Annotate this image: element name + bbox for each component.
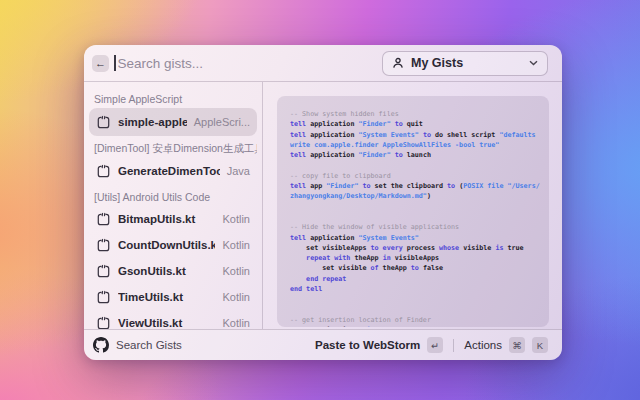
code-line xyxy=(290,202,539,212)
code-line: tell application "Finder" xyxy=(290,325,539,327)
code-preview[interactable]: -- Show system hidden filestell applicat… xyxy=(277,96,549,327)
primary-action-button[interactable]: Paste to WebStorm xyxy=(315,339,420,351)
gist-icon xyxy=(96,316,111,330)
section-header: [Utils] Android Utils Code xyxy=(89,187,257,206)
list-item[interactable]: GenerateDimenTool.javaJava xyxy=(89,158,257,184)
section-header: [DimenTool] 安卓Dimension生成工具 #Java xyxy=(89,139,257,158)
code-line: tell application "System Events" to do s… xyxy=(290,130,539,140)
code-line: set visibleApps to every process whose v… xyxy=(290,243,539,253)
list-item-language-badge: Java xyxy=(227,165,250,177)
list-item-title: ViewUtils.kt xyxy=(118,317,215,329)
list-item-title: BitmapUtils.kt xyxy=(118,213,215,225)
code-line: repeat with theApp in visibleApps xyxy=(290,253,539,263)
code-line xyxy=(290,294,539,304)
section-header: Simple AppleScript xyxy=(89,89,257,108)
code-line: tell application "Finder" to launch xyxy=(290,150,539,160)
code-line: write com.apple.finder AppleShowAllFiles… xyxy=(290,140,539,150)
list-item-language-badge: Kotlin xyxy=(222,265,250,277)
code-line: end repeat xyxy=(290,274,539,284)
gist-icon xyxy=(96,212,111,227)
list-item[interactable]: simple-applescript.a...AppleScri... xyxy=(89,108,257,136)
gist-list: Simple AppleScriptsimple-applescript.a..… xyxy=(84,82,263,329)
list-item[interactable]: GsonUtils.ktKotlin xyxy=(89,258,257,284)
list-item-language-badge: Kotlin xyxy=(222,213,250,225)
code-line: zhangyongkang/Desktop/Markdown.md") xyxy=(290,191,539,201)
list-item-language-badge: Kotlin xyxy=(222,291,250,303)
list-item-language-badge: AppleScri... xyxy=(194,116,250,128)
actions-button[interactable]: Actions xyxy=(464,339,502,351)
list-item-title: TimeUtils.kt xyxy=(118,291,215,303)
search-header: ← My Gists xyxy=(84,45,562,82)
code-line xyxy=(290,160,539,170)
launcher-window: ← My Gists Simple AppleScriptsimple-appl… xyxy=(84,45,562,360)
code-line: -- Hide the window of visible applicatio… xyxy=(290,222,539,232)
code-line: -- get insertion location of Finder xyxy=(290,315,539,325)
list-item-title: simple-applescript.a... xyxy=(118,116,187,128)
list-item-title: CountDownUtils.kt xyxy=(118,239,215,251)
detail-panel: -- Show system hidden filestell applicat… xyxy=(263,82,562,329)
list-item-title: GsonUtils.kt xyxy=(118,265,215,277)
gist-icon xyxy=(96,264,111,279)
code-line: set visible of theApp to false xyxy=(290,263,539,273)
list-item-language-badge: Kotlin xyxy=(222,317,250,329)
gist-icon xyxy=(96,238,111,253)
footer-bar: Search Gists Paste to WebStorm ↵ Actions… xyxy=(84,329,562,360)
return-keycap: ↵ xyxy=(427,337,443,353)
footer-app-label: Search Gists xyxy=(116,339,182,351)
code-line xyxy=(290,212,539,222)
back-button[interactable]: ← xyxy=(92,55,109,72)
list-item[interactable]: ViewUtils.ktKotlin xyxy=(89,310,257,329)
code-line: tell app "Finder" to set the clipboard t… xyxy=(290,181,539,191)
scope-dropdown[interactable]: My Gists xyxy=(382,51,548,76)
github-logo-icon xyxy=(93,337,109,353)
person-icon xyxy=(392,57,404,69)
footer-separator xyxy=(453,339,454,352)
list-item-language-badge: Kotlin xyxy=(222,239,250,251)
gist-icon xyxy=(96,164,111,179)
code-line: tell application "Finder" to quit xyxy=(290,119,539,129)
scope-dropdown-label: My Gists xyxy=(411,56,522,70)
list-item[interactable]: CountDownUtils.ktKotlin xyxy=(89,232,257,258)
gist-icon xyxy=(96,290,111,305)
list-item[interactable]: BitmapUtils.ktKotlin xyxy=(89,206,257,232)
code-line: tell application "System Events" xyxy=(290,233,539,243)
code-line xyxy=(290,305,539,315)
code-line: end tell xyxy=(290,284,539,294)
code-line: -- Show system hidden files xyxy=(290,109,539,119)
gist-icon xyxy=(96,115,111,130)
list-item[interactable]: TimeUtils.ktKotlin xyxy=(89,284,257,310)
list-item-title: GenerateDimenTool.java xyxy=(118,165,220,177)
k-keycap: K xyxy=(532,337,548,353)
code-line: -- copy file to clipboard xyxy=(290,171,539,181)
chevron-down-icon xyxy=(529,60,538,66)
search-input[interactable] xyxy=(116,56,383,71)
back-arrow-icon: ← xyxy=(95,57,106,69)
content-area: Simple AppleScriptsimple-applescript.a..… xyxy=(84,82,562,329)
cmd-keycap: ⌘ xyxy=(509,337,525,353)
